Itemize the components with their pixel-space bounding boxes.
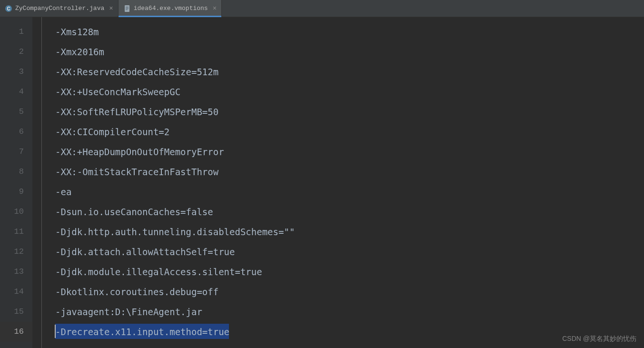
- code-line[interactable]: -Djdk.attach.allowAttachSelf=true: [55, 242, 644, 262]
- code-line[interactable]: -ea: [55, 182, 644, 202]
- line-number[interactable]: 4: [0, 82, 24, 102]
- code-text: -Drecreate.x11.input.method=true: [55, 327, 229, 337]
- line-number[interactable]: 5: [0, 102, 24, 122]
- text-caret: [55, 325, 56, 338]
- line-number-gutter[interactable]: 12345678910111213141516: [0, 17, 32, 348]
- tab-zycompany[interactable]: C ZyCompanyController.java ×: [0, 0, 119, 17]
- line-number[interactable]: 12: [0, 242, 24, 262]
- line-number[interactable]: 13: [0, 262, 24, 282]
- code-line[interactable]: -XX:ReservedCodeCacheSize=512m: [55, 62, 644, 82]
- close-icon[interactable]: ×: [213, 5, 217, 12]
- line-number[interactable]: 2: [0, 42, 24, 62]
- line-number[interactable]: 10: [0, 202, 24, 222]
- code-line[interactable]: -XX:-OmitStackTraceInFastThrow: [55, 162, 644, 182]
- line-number[interactable]: 7: [0, 142, 24, 162]
- tab-label: ZyCompanyController.java: [15, 5, 104, 12]
- svg-rect-4: [126, 8, 129, 8]
- code-line[interactable]: -Djdk.module.illegalAccess.silent=true: [55, 262, 644, 282]
- code-line[interactable]: -Xms128m: [55, 22, 644, 42]
- line-number[interactable]: 3: [0, 62, 24, 82]
- tab-vmoptions[interactable]: idea64.exe.vmoptions ×: [119, 0, 222, 17]
- line-number[interactable]: 14: [0, 282, 24, 302]
- svg-rect-6: [126, 10, 128, 10]
- svg-rect-3: [126, 7, 129, 7]
- watermark: CSDN @莫名其妙的忧伤: [562, 335, 636, 343]
- gutter-separator: [32, 17, 42, 348]
- text-file-icon: [123, 5, 131, 12]
- code-line[interactable]: -Dkotlinx.coroutines.debug=off: [55, 282, 644, 302]
- svg-text:C: C: [7, 6, 10, 11]
- tab-label: idea64.exe.vmoptions: [134, 5, 208, 12]
- code-line[interactable]: -Dsun.io.useCanonCaches=false: [55, 202, 644, 222]
- line-number[interactable]: 1: [0, 22, 24, 42]
- line-number[interactable]: 8: [0, 162, 24, 182]
- line-number[interactable]: 16: [0, 322, 32, 342]
- code-line[interactable]: -XX:+HeapDumpOnOutOfMemoryError: [55, 142, 644, 162]
- code-line[interactable]: -Djdk.http.auth.tunneling.disabledScheme…: [55, 222, 644, 242]
- code-line[interactable]: -Drecreate.x11.input.method=true: [55, 322, 644, 342]
- code-line[interactable]: -XX:+UseConcMarkSweepGC: [55, 82, 644, 102]
- close-icon[interactable]: ×: [109, 5, 113, 12]
- svg-rect-5: [126, 9, 129, 9]
- java-class-icon: C: [5, 5, 12, 12]
- code-line[interactable]: -XX:CICompilerCount=2: [55, 122, 644, 142]
- line-number[interactable]: 6: [0, 122, 24, 142]
- editor-container: 12345678910111213141516 -Xms128m-Xmx2016…: [0, 17, 644, 348]
- code-editor[interactable]: -Xms128m-Xmx2016m-XX:ReservedCodeCacheSi…: [42, 17, 644, 348]
- line-number[interactable]: 15: [0, 302, 24, 322]
- line-number[interactable]: 11: [0, 222, 24, 242]
- code-line[interactable]: -Xmx2016m: [55, 42, 644, 62]
- code-line[interactable]: -javaagent:D:\FineAgent.jar: [55, 302, 644, 322]
- tab-bar: C ZyCompanyController.java × idea64.exe.…: [0, 0, 644, 17]
- code-line[interactable]: -XX:SoftRefLRUPolicyMSPerMB=50: [55, 102, 644, 122]
- line-number[interactable]: 9: [0, 182, 24, 202]
